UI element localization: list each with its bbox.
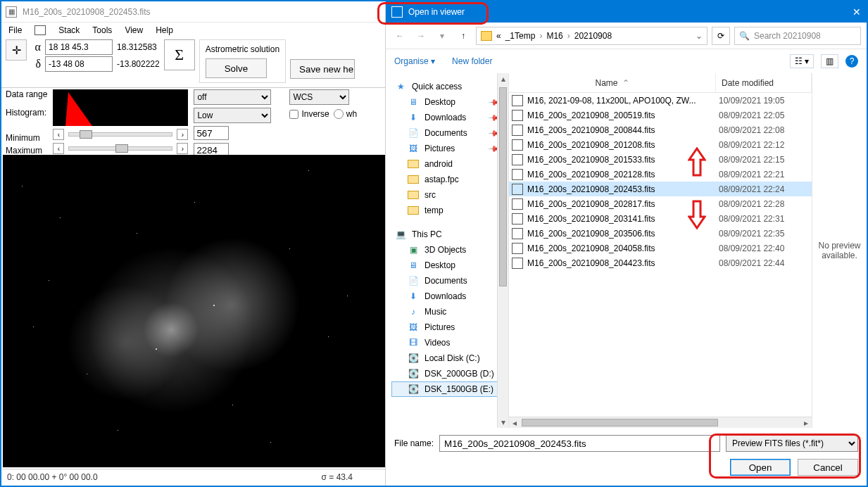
crumb-date[interactable]: 20210908 [574,31,612,41]
wcs-select[interactable]: WCS [289,89,349,105]
nav-3d-objects[interactable]: ▣3D Objects [391,242,505,258]
minimum-value[interactable] [194,126,229,140]
fits-file-icon [512,213,523,224]
menu-tools[interactable]: Tools [92,25,112,35]
min-right-arrow[interactable]: › [177,129,188,140]
nav-temp[interactable]: temp [391,203,505,218]
stretch-off-select[interactable]: off [194,89,271,105]
search-icon: 🔍 [739,31,750,41]
fits-file-icon [512,228,523,239]
refresh-button[interactable]: ⟳ [712,27,730,45]
delta-symbol: δ [31,58,41,70]
search-placeholder: Search 20210908 [754,31,821,41]
menu-file[interactable]: File [8,25,22,35]
dialog-app-icon [391,6,403,18]
inverse-checkbox[interactable] [289,110,298,119]
crumb-m16[interactable]: M16 [546,31,562,41]
nav-back-button[interactable]: ← [391,27,408,44]
file-name: M16_200s_20210908_200844.fits [527,125,719,135]
file-row[interactable]: M16_200s_20210908_203141.fits08/09/2021 … [509,211,812,226]
menu-stack[interactable]: Stack [58,25,80,35]
menu-view[interactable]: View [125,25,143,35]
sigma-button[interactable]: Σ [164,39,195,70]
nav-pictures[interactable]: 🖼Pictures📌 [391,141,505,156]
nav-desktop[interactable]: 🖥Desktop📌 [391,94,505,110]
file-name: M16_200s_20210908_201208.fits [527,140,719,150]
file-filter-select[interactable]: Preview FITS files (*.fit*) [726,435,858,452]
nav-local-disk-c[interactable]: 💽Local Disk (C:) [391,350,505,366]
help-icon[interactable]: ? [845,55,858,68]
menu-help[interactable]: Help [156,25,173,35]
file-row[interactable]: M16_200s_20210908_201208.fits08/09/2021 … [509,137,812,152]
file-list[interactable]: M16, 2021-09-08, 11x200L, APO100Q, ZW...… [509,93,812,417]
col-date[interactable]: Date modified [716,73,812,92]
nav-pictures2[interactable]: 🖼Pictures [391,320,505,335]
file-name: M16_200s_20210908_202128.fits [527,170,719,179]
save-header-button[interactable]: Save new he [290,59,355,79]
nav-documents2[interactable]: 📄Documents [391,273,505,289]
nav-dsk-2000[interactable]: 💽DSK_2000GB (D:) [391,366,505,381]
file-row[interactable]: M16_200s_20210908_202817.fits08/09/2021 … [509,196,812,211]
nav-astap[interactable]: astap.fpc [391,172,505,187]
open-button[interactable]: Open [730,459,791,476]
file-date: 08/09/2021 22:12 [719,140,809,150]
nav-desktop2[interactable]: 🖥Desktop [391,258,505,273]
astap-statusbar: 0: 00 00.00 + 0° 00 00.0 σ = 43.4 [3,469,385,484]
file-name: M16_200s_20210908_203141.fits [527,214,719,224]
nav-src[interactable]: src [391,187,505,203]
filename-input[interactable] [439,435,720,452]
dec-input[interactable] [45,56,113,72]
nav-documents[interactable]: 📄Documents📌 [391,125,505,141]
file-row[interactable]: M16_200s_20210908_202453.fits08/09/2021 … [509,182,812,196]
astap-title: M16_200s_20210908_202453.fits [23,7,151,17]
minimum-label: Minimum [6,133,47,143]
nav-videos[interactable]: 🎞Videos [391,335,505,350]
view-mode-button[interactable]: ☷ ▾ [790,54,814,68]
nav-android[interactable]: android [391,156,505,172]
max-right-arrow[interactable]: › [177,143,188,154]
search-box[interactable]: 🔍 Search 20210908 [734,27,861,45]
status-sigma: σ = 43.4 [322,472,353,482]
file-row[interactable]: M16_200s_20210908_202128.fits08/09/2021 … [509,167,812,182]
maximum-slider[interactable]: ‹ › [53,143,188,154]
nav-up-button[interactable]: ↑ [455,27,472,44]
menu-stack-icon[interactable] [34,25,46,35]
nav-recent-button[interactable]: ▾ [434,27,451,44]
min-left-arrow[interactable]: ‹ [53,129,64,140]
solve-button[interactable]: Solve [206,58,267,78]
file-row[interactable]: M16_200s_20210908_203506.fits08/09/2021 … [509,226,812,241]
new-folder-button[interactable]: New folder [452,56,492,66]
nav-scrollbar[interactable]: ▴▾ [497,73,508,428]
file-row[interactable]: M16_200s_20210908_200519.fits08/09/2021 … [509,108,812,122]
file-row[interactable]: M16_200s_20210908_200844.fits08/09/2021 … [509,122,812,137]
file-row[interactable]: M16, 2021-09-08, 11x200L, APO100Q, ZW...… [509,93,812,108]
organise-button[interactable]: Organise ▾ [394,56,435,66]
max-left-arrow[interactable]: ‹ [53,143,64,154]
crumb-dropdown-icon[interactable]: ⌄ [696,31,703,41]
cancel-button[interactable]: Cancel [798,459,858,476]
preview-pane-button[interactable]: ▥ [821,54,838,68]
breadcrumb[interactable]: « _1Temp› M16› 20210908 ⌄ [476,27,707,45]
nav-downloads[interactable]: ⬇Downloads📌 [391,110,505,125]
nav-downloads2[interactable]: ⬇Downloads [391,289,505,304]
nav-dsk-1500[interactable]: 💽DSK_1500GB (E:) [391,381,505,397]
nav-forward-button[interactable]: → [413,27,429,44]
file-row[interactable]: M16_200s_20210908_204423.fits08/09/2021 … [509,255,812,270]
nav-pane: ★Quick access 🖥Desktop📌 ⬇Downloads📌 📄Doc… [386,73,509,428]
crumb-1temp[interactable]: _1Temp [505,31,536,41]
col-name[interactable]: Name⌃ [509,73,716,92]
file-hscrollbar[interactable]: ◂▸ [509,417,812,428]
minimum-slider[interactable]: ‹ › [53,129,188,140]
histogram-display [53,89,188,126]
nav-quick-access[interactable]: ★Quick access [391,79,505,94]
close-icon[interactable]: ✕ [853,6,861,18]
alpha-symbol: α [31,41,41,53]
file-row[interactable]: M16_200s_20210908_201533.fits08/09/2021 … [509,152,812,167]
stretch-low-select[interactable]: Low [194,108,271,123]
image-viewport[interactable] [3,155,385,467]
nav-this-pc[interactable]: 💻This PC [391,227,505,242]
crosshair-button[interactable]: ✛ [6,39,27,61]
file-row[interactable]: M16_200s_20210908_204058.fits08/09/2021 … [509,241,812,255]
nav-music[interactable]: ♪Music [391,304,505,320]
ra-input[interactable] [45,39,113,55]
